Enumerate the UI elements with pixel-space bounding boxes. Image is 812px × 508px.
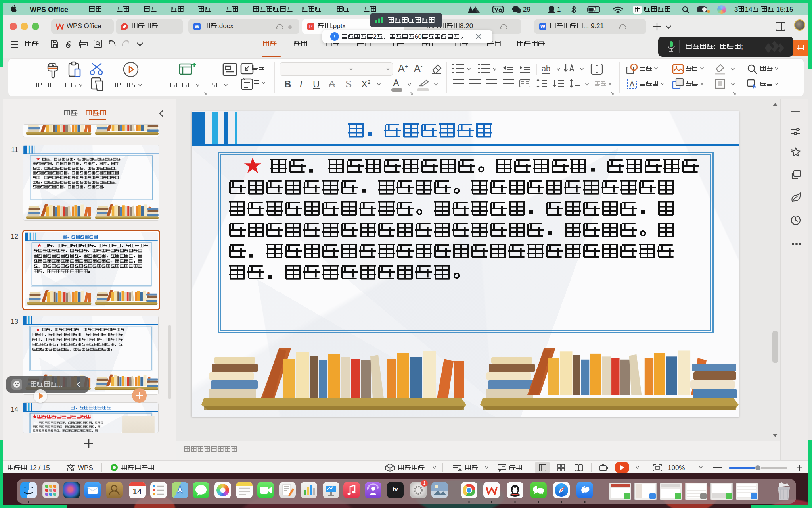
svg-text:A: A bbox=[630, 80, 634, 88]
